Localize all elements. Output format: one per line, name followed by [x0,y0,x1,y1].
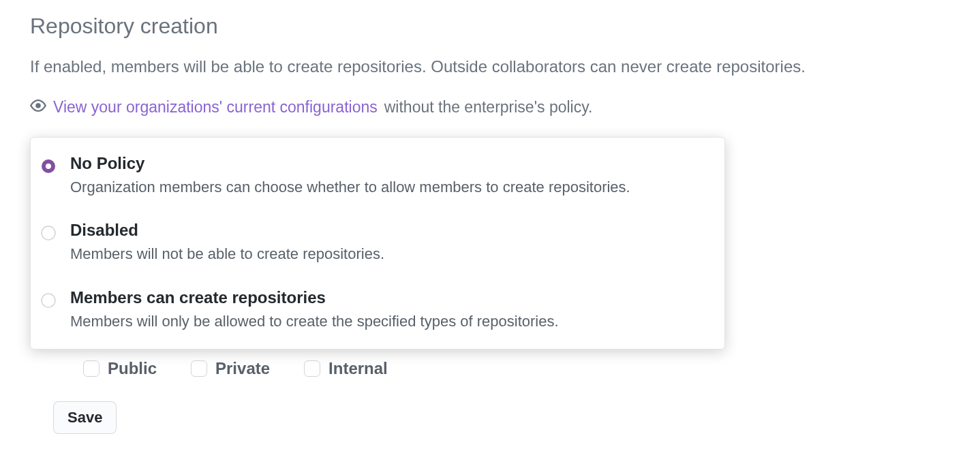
policy-options-card: No Policy Organization members can choos… [30,137,725,350]
checkbox-label: Internal [328,359,388,378]
checkbox-item-private[interactable]: Private [191,359,270,378]
option-title: Members can create repositories [70,288,711,307]
eye-icon [30,97,46,118]
view-configurations-link[interactable]: View your organizations' current configu… [53,98,378,117]
radio-button-selected[interactable] [40,158,57,174]
svg-point-3 [42,226,55,240]
config-line: View your organizations' current configu… [30,97,950,118]
option-title: Disabled [70,221,711,240]
checkbox-item-public[interactable]: Public [83,359,157,378]
radio-button-unselected[interactable] [40,225,57,241]
save-button[interactable]: Save [53,401,117,434]
section-description: If enabled, members will be able to crea… [30,55,950,78]
option-description: Members will only be allowed to create t… [70,311,711,332]
radio-option-members-can-create[interactable]: Members can create repositories Members … [31,288,724,332]
config-tail-text: without the enterprise's policy. [384,98,593,117]
option-description: Members will not be able to create repos… [70,244,711,265]
section-title: Repository creation [30,14,950,39]
checkbox-internal[interactable] [304,360,320,377]
svg-point-4 [42,294,55,307]
checkbox-private[interactable] [191,360,207,377]
radio-option-no-policy[interactable]: No Policy Organization members can choos… [31,154,724,198]
option-description: Organization members can choose whether … [70,177,711,198]
svg-point-0 [35,103,41,108]
checkbox-public[interactable] [83,360,99,377]
radio-button-unselected[interactable] [40,292,57,309]
repository-type-checkbox-row: Public Private Internal [30,359,950,378]
svg-point-2 [46,164,51,169]
checkbox-label: Private [215,359,270,378]
option-text: No Policy Organization members can choos… [70,154,711,198]
option-title: No Policy [70,154,711,173]
option-text: Disabled Members will not be able to cre… [70,221,711,265]
radio-option-disabled[interactable]: Disabled Members will not be able to cre… [31,221,724,265]
checkbox-item-internal[interactable]: Internal [304,359,388,378]
option-text: Members can create repositories Members … [70,288,711,332]
checkbox-label: Public [108,359,157,378]
